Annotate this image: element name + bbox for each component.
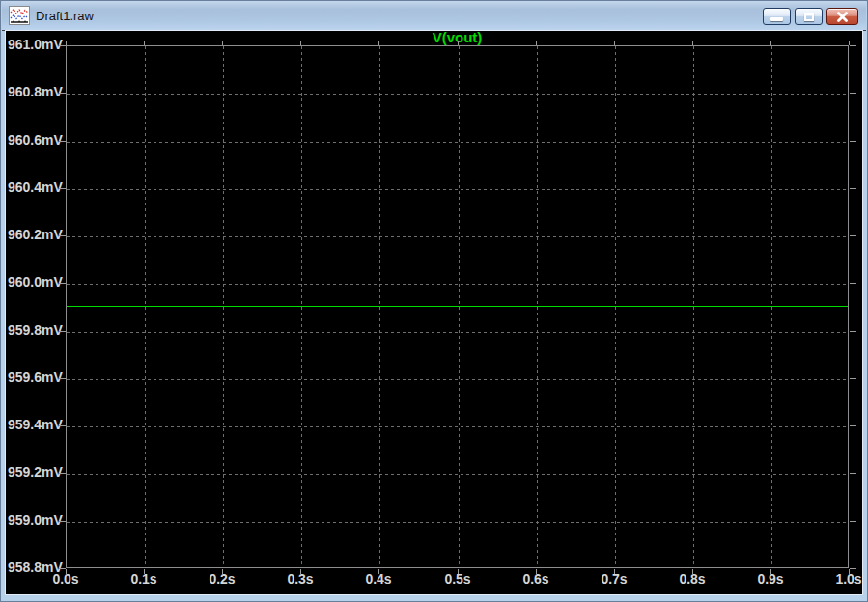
y-tick-mark: [850, 425, 856, 426]
gridline-x: [301, 46, 302, 567]
x-tick-mark: [614, 41, 615, 45]
x-tick-mark: [692, 41, 693, 45]
gridline-x: [223, 46, 224, 567]
gridline-x: [693, 46, 694, 567]
gridline-x: [537, 46, 538, 567]
plot-grid[interactable]: [66, 45, 849, 568]
y-tick-mark: [59, 378, 66, 379]
gridline-y: [67, 94, 848, 95]
x-tick-mark: [378, 41, 379, 45]
y-tick-mark: [59, 283, 66, 284]
x-tick-mark: [144, 569, 145, 574]
x-tick-mark: [849, 569, 850, 574]
gridline-x: [145, 46, 146, 567]
restore-button[interactable]: [795, 8, 823, 25]
minimize-icon: [770, 17, 783, 21]
y-tick-mark: [59, 93, 66, 94]
y-tick-label: 959.0mV: [8, 512, 59, 529]
x-tick-mark: [222, 41, 223, 45]
gridline-y: [67, 522, 848, 523]
y-tick-mark: [59, 425, 66, 426]
x-tick-mark: [770, 41, 771, 45]
plot-pane[interactable]: V(vout) 961.0mV960.8mV960.6mV960.4mV960.…: [6, 31, 862, 594]
y-tick-label: 960.6mV: [8, 132, 59, 149]
x-tick-mark: [849, 41, 850, 45]
x-tick-mark: [300, 41, 301, 45]
gridline-y: [67, 142, 848, 143]
x-tick-mark: [300, 569, 301, 574]
gridline-y: [67, 284, 848, 285]
x-tick-mark: [692, 569, 693, 574]
y-tick-mark: [850, 521, 856, 522]
y-tick-mark: [59, 473, 66, 474]
waveform-viewer-window: Draft1.raw V(vout) 961.0mV960.8mV960.6mV…: [0, 0, 868, 602]
y-tick-mark: [59, 568, 66, 569]
x-tick-mark: [144, 41, 145, 45]
y-tick-mark: [850, 331, 856, 332]
y-tick-mark: [59, 235, 66, 236]
close-button[interactable]: [826, 8, 858, 25]
x-tick-label: 1.0s: [820, 571, 868, 587]
trace-vvout: [67, 306, 848, 307]
x-tick-mark: [614, 569, 615, 574]
x-tick-mark: [66, 41, 67, 45]
y-tick-mark: [59, 331, 66, 332]
y-tick-label: 960.8mV: [8, 84, 59, 100]
gridline-y: [67, 332, 848, 333]
y-tick-label: 959.8mV: [8, 322, 59, 339]
gridline-y: [67, 189, 848, 190]
gridline-x: [771, 46, 772, 567]
y-tick-label: 959.4mV: [8, 417, 59, 433]
y-tick-label: 960.0mV: [8, 274, 59, 290]
y-tick-label: 959.2mV: [8, 464, 59, 480]
x-tick-mark: [458, 569, 459, 574]
y-tick-label: 961.0mV: [8, 37, 59, 53]
window-title: Draft1.raw: [36, 9, 94, 23]
y-tick-label: 959.6mV: [8, 369, 59, 386]
gridline-y: [67, 474, 848, 475]
y-tick-mark: [850, 45, 856, 46]
x-tick-mark: [66, 569, 67, 574]
y-tick-mark: [850, 188, 856, 189]
waveform-file-icon: [9, 6, 30, 25]
y-tick-mark: [850, 235, 856, 236]
gridline-x: [379, 46, 380, 567]
x-tick-mark: [378, 569, 379, 574]
x-tick-mark: [536, 569, 537, 574]
y-tick-mark: [59, 521, 66, 522]
x-tick-mark: [458, 41, 459, 45]
gridline-x: [459, 46, 460, 567]
gridline-y: [67, 426, 848, 427]
y-tick-label: 960.2mV: [8, 227, 59, 243]
y-tick-mark: [59, 188, 66, 189]
restore-icon: [804, 13, 814, 21]
y-tick-mark: [850, 141, 856, 142]
window-controls: [763, 8, 858, 25]
gridline-x: [615, 46, 616, 567]
gridline-y: [67, 379, 848, 380]
minimize-button[interactable]: [763, 8, 791, 25]
y-tick-mark: [850, 568, 856, 569]
x-tick-mark: [536, 41, 537, 45]
y-tick-mark: [850, 378, 856, 379]
y-tick-mark: [59, 45, 66, 46]
x-tick-mark: [222, 569, 223, 574]
y-tick-mark: [850, 93, 856, 94]
y-tick-mark: [850, 283, 856, 284]
y-tick-mark: [59, 141, 66, 142]
gridline-y: [67, 236, 848, 237]
titlebar[interactable]: Draft1.raw: [2, 1, 866, 31]
close-icon: [836, 12, 849, 22]
y-tick-label: 960.4mV: [8, 179, 59, 196]
y-tick-mark: [850, 473, 856, 474]
x-tick-mark: [770, 569, 771, 574]
